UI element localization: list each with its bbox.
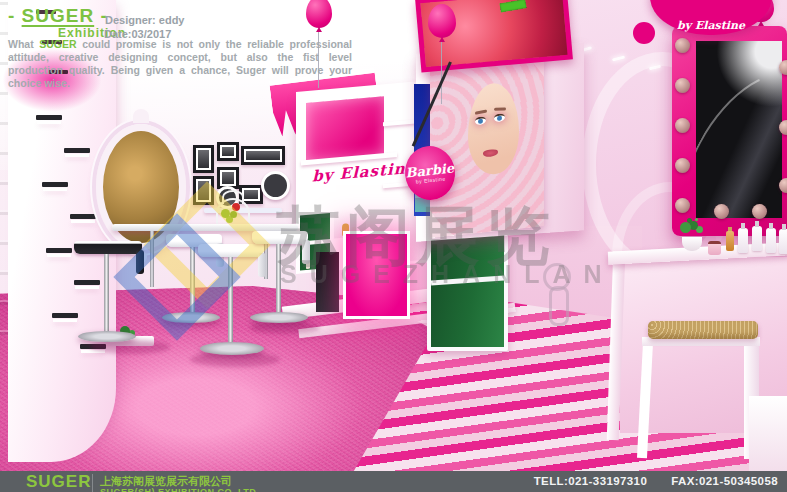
vanity-bulb (675, 198, 690, 213)
wall-decal (549, 286, 569, 326)
strawberry-icon (232, 203, 240, 211)
shelf-product (64, 148, 90, 153)
stool-base (78, 331, 136, 342)
mirror-glass (696, 41, 782, 218)
booth-render: by Elastine (0, 0, 787, 492)
pink-sign-circle (633, 22, 655, 44)
designer-header: - SUGER - Exhibition Designer: eddy Date… (8, 5, 360, 27)
round-picture-frame (261, 171, 290, 200)
shadow (90, 340, 170, 354)
designer-label: Designer: eddy (105, 14, 184, 26)
stool-cushion (648, 321, 758, 339)
succulent-plant (680, 222, 691, 233)
footer-contacts: TELL:021-33197310 FAX:021-50345058 (534, 475, 778, 487)
stool-base (200, 342, 264, 355)
bar-leg (150, 231, 154, 287)
pump-bottle (738, 228, 748, 253)
picture-frame (193, 145, 214, 173)
shelf-product (36, 115, 62, 120)
shelf-product (70, 214, 96, 219)
pump-bottle (766, 228, 776, 253)
vanity-bulb (779, 60, 787, 75)
fax-label: FAX:021-50345058 (671, 475, 778, 487)
cosmetic-jar (708, 241, 721, 255)
shelf-product (52, 313, 78, 318)
picture-frame (241, 146, 285, 165)
stool-seat (74, 241, 142, 254)
shelf-product (42, 182, 68, 187)
vanity-bulb (779, 178, 787, 193)
picture-frame (217, 142, 239, 161)
stool-seat (252, 231, 308, 244)
vanity-bulb (675, 78, 690, 93)
footer-divider (92, 474, 93, 492)
logo-dash-left: - (8, 5, 15, 26)
baroque-oval-portrait (96, 124, 186, 250)
vanity-bulb (675, 38, 690, 53)
stool-pole (190, 247, 195, 315)
display-shelf-unit: by Elastine (296, 80, 432, 220)
model-poster (430, 52, 544, 238)
poster-brow (494, 108, 506, 111)
pump-bottle (752, 226, 762, 251)
shelf-product (74, 280, 100, 285)
picture-frame (193, 176, 214, 205)
shelf-product (46, 248, 72, 253)
mirror-reflection (696, 47, 782, 218)
pink-panel (306, 96, 385, 162)
tel-label: TELL:021-33197310 (534, 475, 648, 487)
stool-pole (276, 244, 281, 314)
company-footer-bar: SUGER 上海苏阁展览展示有限公司 SUGER(SH) EXHIBITION … (0, 471, 787, 492)
mirror-brand-text: by Elastine (677, 19, 745, 32)
vanity-bulb (714, 204, 729, 219)
company-description: What SUGER could promise is not only the… (8, 38, 352, 91)
vanity-bulb (675, 118, 690, 133)
vanity-bulb (779, 120, 787, 135)
vanity-bulb (675, 158, 690, 173)
glowing-pink-cabinet (343, 231, 410, 319)
balloon-string (441, 40, 442, 104)
vanity-bulb (752, 204, 767, 219)
perfume-bottle (726, 231, 734, 251)
desc-before: What (8, 38, 39, 50)
stool-pole (104, 254, 109, 334)
logo-text: SUGER (22, 5, 95, 26)
grapes-icon (221, 209, 230, 218)
stool-base (162, 312, 220, 323)
stool-pole (228, 257, 233, 345)
desc-brand: SUGER (39, 38, 76, 50)
company-name-en: SUGER(SH) EXHIBITION CO.,LTD (100, 487, 256, 492)
pump-bottle (779, 229, 787, 254)
balloon (428, 4, 456, 38)
shadow (250, 322, 320, 334)
cabinet-panel (749, 396, 787, 476)
footer-suger-logo: SUGER (26, 472, 91, 492)
stool-seat (198, 244, 264, 257)
black-panel (316, 252, 339, 312)
bar-counter (112, 224, 298, 231)
cabinet-shelf (431, 275, 504, 285)
stool-base (250, 312, 308, 323)
